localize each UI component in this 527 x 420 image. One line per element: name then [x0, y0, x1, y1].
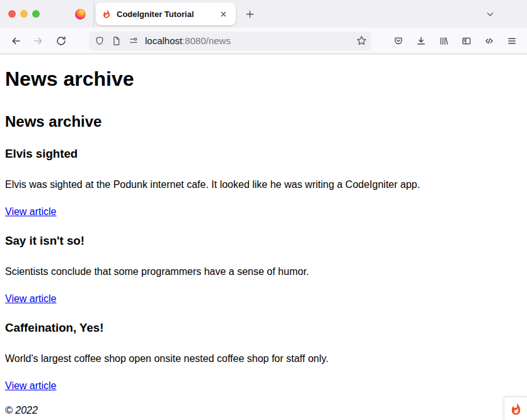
news-item-body: Scientists conclude that some programmer…: [5, 265, 522, 277]
sidebar-icon[interactable]: [456, 31, 477, 51]
close-window-button[interactable]: [8, 10, 16, 18]
codeigniter-flame-favicon-icon: [102, 9, 111, 18]
page-subtitle: News archive: [5, 113, 522, 131]
news-item: Caffeination, Yes! World's largest coffe…: [5, 321, 522, 392]
page-info-icon[interactable]: [112, 36, 122, 46]
menu-hamburger-icon[interactable]: [502, 31, 522, 51]
news-item-title: Caffeination, Yes!: [5, 321, 522, 335]
bookmark-star-icon[interactable]: [354, 33, 369, 49]
zoom-window-button[interactable]: [32, 10, 40, 18]
url-text[interactable]: localhost:8080/news: [145, 35, 350, 46]
url-path: :8080/news: [182, 35, 231, 46]
news-item-title: Elvis sighted: [5, 147, 522, 161]
toolbar-right-icons: [388, 31, 522, 51]
firefox-logo-icon: [75, 9, 86, 20]
devtools-code-icon[interactable]: [479, 31, 499, 51]
minimize-window-button[interactable]: [20, 10, 28, 18]
tab-title: CodeIgniter Tutorial: [117, 9, 217, 19]
news-item: Say it isn't so! Scientists conclude tha…: [5, 234, 522, 305]
tracking-protection-shield-icon[interactable]: [95, 36, 105, 46]
navigation-toolbar: localhost:8080/news: [0, 28, 527, 54]
debugbar-toggle-button[interactable]: [504, 397, 527, 420]
pocket-icon[interactable]: [388, 31, 408, 51]
library-icon[interactable]: [434, 31, 454, 51]
codeigniter-flame-icon: [510, 403, 522, 415]
back-button[interactable]: [6, 31, 26, 51]
tab-codeigniter-tutorial[interactable]: CodeIgniter Tutorial: [96, 3, 236, 25]
window-controls: [0, 10, 40, 18]
reload-button[interactable]: [51, 31, 71, 51]
news-item: Elvis sighted Elvis was sighted at the P…: [5, 147, 522, 218]
view-article-link[interactable]: View article: [5, 380, 57, 391]
news-item-body: Elvis was sighted at the Podunk internet…: [5, 178, 522, 190]
copyright-text: © 2022: [5, 404, 522, 416]
view-article-link[interactable]: View article: [5, 206, 57, 217]
tabstrip-divider: [93, 0, 94, 28]
news-item-body: World's largest coffee shop open onsite …: [5, 353, 522, 365]
list-all-tabs-chevron-icon[interactable]: [481, 5, 499, 23]
browser-window: CodeIgniter Tutorial: [0, 0, 527, 420]
address-bar[interactable]: localhost:8080/news: [89, 32, 371, 50]
new-tab-button[interactable]: [241, 5, 258, 23]
url-host: localhost: [145, 35, 182, 46]
downloads-icon[interactable]: [411, 31, 431, 51]
tab-close-icon[interactable]: [217, 8, 229, 20]
view-article-link[interactable]: View article: [5, 293, 57, 304]
news-item-title: Say it isn't so!: [5, 234, 522, 248]
tab-bar: CodeIgniter Tutorial: [0, 0, 527, 28]
page-title: News archive: [5, 67, 522, 91]
page-content: News archive News archive Elvis sighted …: [0, 54, 527, 420]
site-permissions-icon[interactable]: [129, 36, 139, 46]
forward-button[interactable]: [28, 31, 49, 51]
